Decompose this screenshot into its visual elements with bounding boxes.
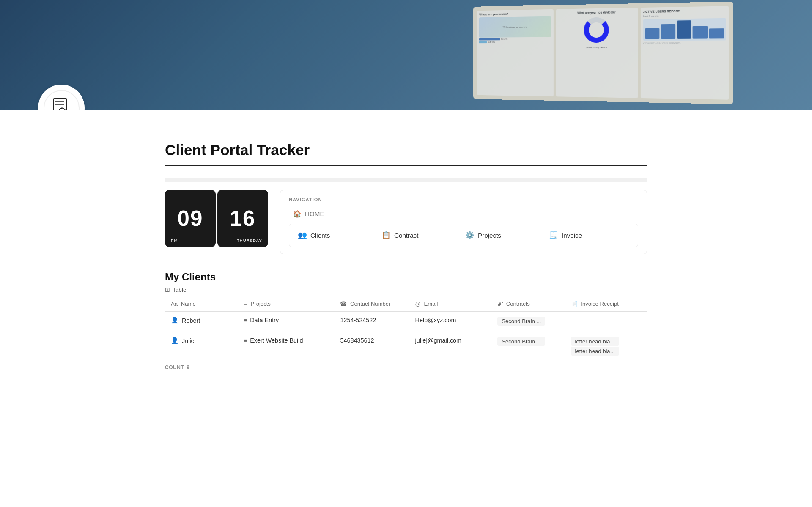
- client-invoice-cell-1: letter head bla...letter head bla...: [565, 332, 647, 362]
- contact-col-label: Contact Number: [350, 301, 390, 307]
- contract-tag[interactable]: Second Brain ...: [497, 317, 545, 326]
- nav-item-clients[interactable]: 👥 Clients: [298, 229, 378, 241]
- nav-label: NAVIGATION: [289, 197, 638, 202]
- svg-rect-4: [58, 108, 66, 110]
- projects-icon: ⚙️: [465, 231, 475, 240]
- nav-item-projects[interactable]: ⚙️ Projects: [465, 229, 546, 241]
- clock-minute-card: 16 THURSDAY: [217, 190, 268, 247]
- invoice-col-label: Invoice Receipt: [581, 301, 619, 307]
- invoice-tag[interactable]: letter head bla...: [571, 337, 619, 346]
- invoice-col-icon: 📄: [571, 301, 578, 307]
- clients-table-body: 👤Robert≡Data Entry1254-524522Help@xyz.co…: [165, 312, 647, 362]
- nav-item-label-projects: Projects: [478, 232, 501, 239]
- nav-home-link[interactable]: HOME: [305, 210, 324, 217]
- client-contact-cell-0: 1254-524522: [334, 312, 409, 332]
- client-name-0: Robert: [182, 317, 200, 324]
- person-icon-1: 👤: [171, 337, 178, 344]
- client-contracts-cell-0: Second Brain ...: [491, 312, 565, 332]
- client-name-cell-0[interactable]: 👤Robert: [165, 312, 238, 332]
- count-row: COUNT 9: [165, 364, 647, 370]
- contracts-col-label: Contracts: [506, 301, 530, 307]
- avatar-icon-bg: [44, 90, 80, 110]
- gray-bar: [165, 178, 647, 182]
- client-name-1: Julie: [182, 337, 195, 344]
- col-header-projects: ≡ Projects: [238, 296, 334, 312]
- client-contracts-cell-1: Second Brain ...: [491, 332, 565, 362]
- widget-row: 09 PM 16 THURSDAY NAVIGATION 🏠 HOME 👥 Cl…: [165, 190, 647, 254]
- col-header-invoice: 📄 Invoice Receipt: [565, 296, 647, 312]
- projects-col-icon: ≡: [244, 301, 247, 307]
- nav-item-label-invoice: Invoice: [562, 232, 582, 239]
- contact-col-icon: ☎: [340, 301, 347, 307]
- email-col-label: Email: [424, 301, 438, 307]
- table-label: Table: [173, 287, 187, 293]
- clock-hour-card: 09 PM: [165, 190, 216, 247]
- page-title: Client Portal Tracker: [165, 142, 647, 159]
- client-name-cell-1[interactable]: 👤Julie: [165, 332, 238, 362]
- client-email-cell-1: julie|@gmail.com: [409, 332, 491, 362]
- table-row: 👤Julie≡Exert Website Build5468435612juli…: [165, 332, 647, 362]
- clock-period: PM: [165, 238, 216, 243]
- count-label: COUNT: [165, 364, 184, 370]
- name-col-icon: Aa: [171, 301, 178, 307]
- project-icon-0: ≡: [244, 317, 247, 323]
- col-header-email: @ Email: [409, 296, 491, 312]
- clients-table: Aa Name ≡ Projects ☎ Contact Number @ Em…: [165, 296, 647, 362]
- hero-banner: Where are your users? 🗺 Sessions by coun…: [0, 0, 812, 110]
- clients-table-head: Aa Name ≡ Projects ☎ Contact Number @ Em…: [165, 296, 647, 312]
- clients-section-title: My Clients: [165, 271, 647, 283]
- col-header-name: Aa Name: [165, 296, 238, 312]
- page-title-area: Client Portal Tracker: [165, 110, 647, 165]
- clients-table-header-row: Aa Name ≡ Projects ☎ Contact Number @ Em…: [165, 296, 647, 312]
- clock-day: THURSDAY: [217, 238, 268, 243]
- client-project-1: Exert Website Build: [250, 337, 303, 344]
- clock-hour: 09: [178, 206, 203, 231]
- clock-minute: 16: [230, 206, 256, 231]
- contracts-col-icon: 🖇: [497, 301, 503, 307]
- email-col-icon: @: [415, 301, 421, 307]
- clients-section: My Clients ⊞ Table Aa Name ≡ Projects ☎: [165, 271, 647, 370]
- invoice-tag[interactable]: letter head bla...: [571, 347, 619, 356]
- col-header-contact: ☎ Contact Number: [334, 296, 409, 312]
- nav-home-row: 🏠 HOME: [289, 207, 638, 220]
- client-project-0: Data Entry: [250, 317, 279, 323]
- nav-items-row: 👥 Clients 📋 Contract ⚙️ Projects 🧾 Invoi…: [289, 224, 638, 247]
- nav-item-label-clients: Clients: [310, 232, 330, 239]
- nav-item-label-contract: Contract: [394, 232, 418, 239]
- project-tracker-icon: [50, 96, 73, 110]
- invoice-icon: 🧾: [549, 231, 558, 240]
- home-icon: 🏠: [293, 210, 302, 218]
- hero-screen-graphic: Where are your users? 🗺 Sessions by coun…: [473, 1, 734, 104]
- col-header-contracts: 🖇 Contracts: [491, 296, 565, 312]
- name-col-label: Name: [181, 301, 196, 307]
- client-contact-cell-1: 5468435612: [334, 332, 409, 362]
- contract-icon: 📋: [381, 231, 391, 240]
- client-project-cell-1[interactable]: ≡Exert Website Build: [238, 332, 334, 362]
- client-project-cell-0[interactable]: ≡Data Entry: [238, 312, 334, 332]
- contract-tag[interactable]: Second Brain ...: [497, 337, 545, 346]
- projects-col-label: Projects: [251, 301, 271, 307]
- clock-widget: 09 PM 16 THURSDAY: [165, 190, 268, 254]
- count-value: 9: [187, 364, 189, 370]
- table-grid-icon: ⊞: [165, 286, 170, 293]
- clients-icon: 👥: [298, 231, 307, 240]
- project-icon-1: ≡: [244, 337, 247, 344]
- page-content: Client Portal Tracker 09 PM 16 THURSDAY …: [127, 110, 685, 370]
- person-icon-0: 👤: [171, 317, 178, 324]
- nav-widget: NAVIGATION 🏠 HOME 👥 Clients 📋 Contract ⚙…: [280, 190, 647, 254]
- title-divider: [165, 165, 647, 166]
- nav-item-contract[interactable]: 📋 Contract: [381, 229, 462, 241]
- client-email-cell-0: Help@xyz.com: [409, 312, 491, 332]
- table-row: 👤Robert≡Data Entry1254-524522Help@xyz.co…: [165, 312, 647, 332]
- table-label-row: ⊞ Table: [165, 286, 647, 293]
- client-invoice-cell-0: [565, 312, 647, 332]
- nav-item-invoice[interactable]: 🧾 Invoice: [549, 229, 629, 241]
